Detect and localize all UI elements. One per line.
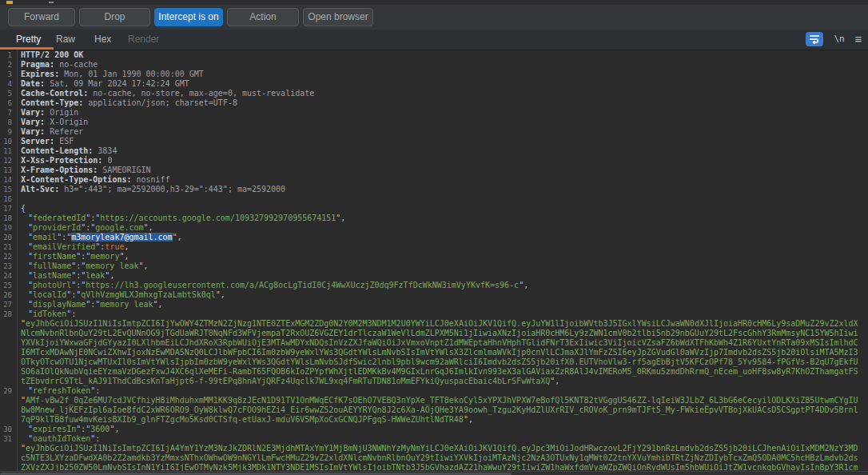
line-number: 15 xyxy=(0,185,18,194)
code-line: 8Vary: X-Origin xyxy=(0,118,868,127)
window-strip-fragments xyxy=(6,1,13,4)
code-line: OTkyOTcwOTU1NjcwMTUxIl0sImVtYWlsIjpbIm0z… xyxy=(0,357,868,367)
code-line: 20"email":"m3moryleak7@gmail.com", xyxy=(0,233,868,242)
line-number: 3 xyxy=(0,70,18,79)
tab-hex[interactable]: Hex xyxy=(90,30,116,50)
line-number: 10 xyxy=(0,137,18,146)
newline-icon[interactable]: \n xyxy=(831,32,847,46)
line-number xyxy=(0,319,18,329)
drop-button[interactable]: Drop xyxy=(79,8,150,26)
line-number: 11 xyxy=(0,146,18,156)
line-number: 12 xyxy=(0,156,18,166)
line-number xyxy=(0,329,18,338)
line-number: 29 xyxy=(0,386,18,396)
open-browser-button[interactable]: Open browser xyxy=(303,8,373,26)
code-line: 22"firstName":"memory", xyxy=(0,252,868,261)
code-line: YXVkIjoiYWxwaGFjdGYyazI0LXlhbmEiLCJhdXRo… xyxy=(0,338,868,348)
code-line: 9Vary: Referer xyxy=(0,127,868,137)
line-number xyxy=(0,453,18,463)
code-line: "eyJhbGciOiJSUzI1NiIsImtpZCI6IjA4YmY1YzM… xyxy=(0,444,868,453)
code-line: 13X-Frame-Options: SAMEORIGIN xyxy=(0,166,868,175)
code-line: 15Alt-Svc: h3=":443"; ma=2592000,h3-29="… xyxy=(0,185,868,194)
tab-render[interactable]: Render xyxy=(123,30,164,50)
code-line: 17{ xyxy=(0,204,868,214)
line-number: 6 xyxy=(0,98,18,108)
line-number xyxy=(0,377,18,386)
code-line: 12X-Xss-Protection: 0 xyxy=(0,156,868,166)
line-number: 18 xyxy=(0,214,18,223)
line-number: 13 xyxy=(0,166,18,175)
line-number: 17 xyxy=(0,204,18,214)
line-number: 16 xyxy=(0,194,18,204)
line-number: 9 xyxy=(0,127,18,137)
line-number: 23 xyxy=(0,261,18,271)
line-number: 7 xyxy=(0,108,18,118)
line-number: 19 xyxy=(0,223,18,233)
action-button[interactable]: Action xyxy=(227,8,299,26)
line-number xyxy=(0,396,18,405)
code-line: 31"oauthIdToken": xyxy=(0,434,868,444)
line-number: 8 xyxy=(0,118,18,127)
code-line: 29"refreshToken": xyxy=(0,386,868,396)
line-number: 5 xyxy=(0,89,18,98)
code-line: c5NTE3LXYzaDFwdXA0b2Z2amdkb3YzMmxsNThxOW… xyxy=(0,453,868,463)
code-line: 5Cache-Control: no-cache, no-store, max-… xyxy=(0,89,868,98)
code-line: "eyJhbGciOiJSUzI1NiIsImtpZCI6IjYwOWY4ZTM… xyxy=(0,319,868,329)
code-line: SO6aIOlQkNubVqieEYzmaVzDGezFxwJ4XC6qlXeM… xyxy=(0,367,868,377)
code-line: 4Date: Sat, 09 Mar 2024 17:42:24 GMT xyxy=(0,79,868,89)
code-line: 21"emailVerified":true, xyxy=(0,242,868,252)
line-number xyxy=(0,415,18,425)
tab-raw[interactable]: Raw xyxy=(51,30,80,50)
code-line: NlcmNvbnRlbnQuY29tL2EvQUNnOG9jTGdUaWRJT0… xyxy=(0,329,868,338)
line-number: 21 xyxy=(0,242,18,252)
code-line: 3Expires: Mon, 01 Jan 1990 00:00:00 GMT xyxy=(0,70,868,79)
line-number: 24 xyxy=(0,271,18,281)
code-line: 6Content-Type: application/json; charset… xyxy=(0,98,868,108)
line-number: 14 xyxy=(0,175,18,185)
line-number: 31 xyxy=(0,434,18,444)
tab-pretty[interactable]: Pretty xyxy=(11,30,46,50)
line-number: 27 xyxy=(0,300,18,309)
code-line: I6MTcxMDAwNjE0NCwiZXhwIjoxNzEwMDA5NzQ0LC… xyxy=(0,348,868,357)
code-line: 30"expiresIn":"3600", xyxy=(0,425,868,434)
wrap-lines-glyph xyxy=(809,34,820,44)
code-line: "AMf-vBw2f_0qZe6MU7cdJVCfhiyH8iMhduhxmMM… xyxy=(0,396,868,405)
intercept-toolbar: Forward Drop Intercept is on Action Open… xyxy=(0,5,868,30)
code-line: 18"federatedId":"https://accounts.google… xyxy=(0,214,868,223)
horizontal-scrollbar[interactable] xyxy=(0,471,868,475)
code-line: 23"fullName":"memory leak", xyxy=(0,261,868,271)
code-line: 25"photoUrl":"https://lh3.googleusercont… xyxy=(0,281,868,290)
line-number: 1 xyxy=(0,50,18,60)
code-line: 11Content-Length: 3834 xyxy=(0,146,868,156)
code-line: 16 xyxy=(0,194,868,204)
line-number: 30 xyxy=(0,425,18,434)
wrap-lines-icon[interactable] xyxy=(806,32,823,46)
line-number xyxy=(0,405,18,415)
menu-icon[interactable]: ≡ xyxy=(850,32,866,46)
code-line: 1HTTP/2 200 OK xyxy=(0,50,868,60)
code-line: tZEbvdrrC9TtL_kAJ91ThdCdBcsKnTaHjpt6-f-9… xyxy=(0,377,868,386)
code-line: 7Vary: Origin xyxy=(0,108,868,118)
line-number xyxy=(0,338,18,348)
selected-text: m3moryleak7@gmail.com xyxy=(71,233,172,241)
line-number: 2 xyxy=(0,60,18,70)
line-number: 4 xyxy=(0,79,18,89)
message-view-tabbar: Pretty Raw Hex Render \n ≡ xyxy=(0,30,868,50)
code-line: 14X-Content-Type-Options: nosniff xyxy=(0,175,868,185)
line-number xyxy=(0,444,18,453)
code-line: 10Server: ESF xyxy=(0,137,868,146)
line-number: 28 xyxy=(0,309,18,319)
line-number: 25 xyxy=(0,281,18,290)
code-line: 26"localId":"qVlhVzmgWLXJmhxgTzaLmbtSk0q… xyxy=(0,290,868,300)
line-number: 22 xyxy=(0,252,18,261)
code-line: 28"idToken": xyxy=(0,309,868,319)
code-line: 8w8Mnew_ljKEFzIpl6aIoe8fdC2xWR6ORO9_OyW8… xyxy=(0,405,868,415)
response-editor[interactable]: 1HTTP/2 200 OK2Pragma: no-cache3Expires:… xyxy=(0,50,868,472)
line-number xyxy=(0,348,18,357)
forward-button[interactable]: Forward xyxy=(8,8,75,26)
line-number: 26 xyxy=(0,290,18,300)
line-number: 20 xyxy=(0,233,18,242)
intercept-toggle-button[interactable]: Intercept is on xyxy=(154,8,223,26)
line-number xyxy=(0,357,18,367)
line-number xyxy=(0,367,18,377)
